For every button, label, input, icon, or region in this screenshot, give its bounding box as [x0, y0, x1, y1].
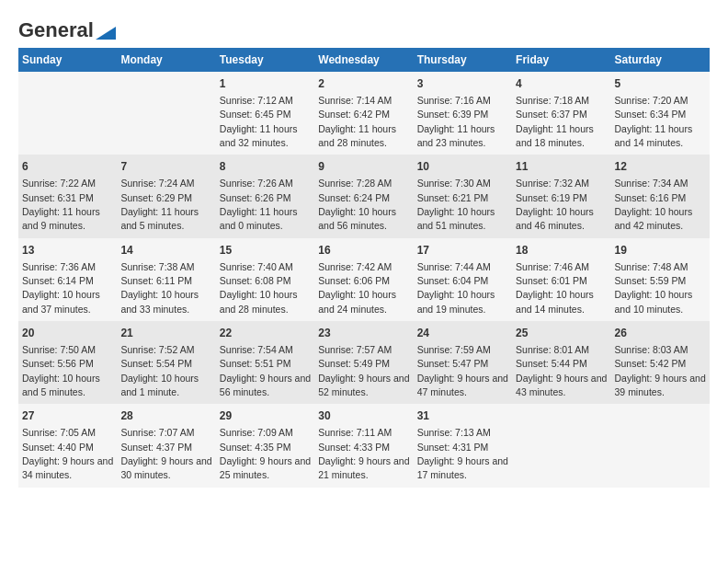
day-cell: 10Sunrise: 7:30 AM Sunset: 6:21 PM Dayli…: [414, 155, 512, 237]
day-number: 20: [22, 326, 113, 341]
day-cell: 27Sunrise: 7:05 AM Sunset: 4:40 PM Dayli…: [18, 404, 117, 487]
day-number: 24: [417, 326, 508, 341]
day-number: 21: [120, 326, 211, 341]
day-cell: 5Sunrise: 7:20 AM Sunset: 6:34 PM Daylig…: [611, 72, 710, 155]
day-cell: 11Sunrise: 7:32 AM Sunset: 6:19 PM Dayli…: [512, 155, 610, 237]
day-number: 27: [22, 408, 113, 424]
day-cell: [611, 404, 710, 487]
day-number: 16: [318, 243, 409, 259]
day-info: Sunrise: 7:54 AM Sunset: 5:51 PM Dayligh…: [220, 344, 311, 397]
day-cell: [512, 404, 610, 487]
day-cell: 24Sunrise: 7:59 AM Sunset: 5:47 PM Dayli…: [414, 321, 512, 404]
day-cell: 14Sunrise: 7:38 AM Sunset: 6:11 PM Dayli…: [117, 238, 215, 321]
day-number: 2: [318, 76, 409, 92]
day-info: Sunrise: 7:52 AM Sunset: 5:54 PM Dayligh…: [120, 344, 199, 397]
day-cell: 9Sunrise: 7:28 AM Sunset: 6:24 PM Daylig…: [314, 155, 413, 237]
day-cell: 29Sunrise: 7:09 AM Sunset: 4:35 PM Dayli…: [216, 404, 314, 487]
day-cell: 30Sunrise: 7:11 AM Sunset: 4:33 PM Dayli…: [314, 404, 413, 487]
day-info: Sunrise: 7:40 AM Sunset: 6:08 PM Dayligh…: [220, 261, 298, 315]
logo-arrow-icon: [96, 23, 116, 40]
day-cell: 17Sunrise: 7:44 AM Sunset: 6:04 PM Dayli…: [414, 238, 512, 321]
day-cell: 15Sunrise: 7:40 AM Sunset: 6:08 PM Dayli…: [216, 238, 314, 321]
day-number: 14: [120, 243, 211, 259]
day-cell: 7Sunrise: 7:24 AM Sunset: 6:29 PM Daylig…: [117, 155, 215, 237]
day-info: Sunrise: 7:48 AM Sunset: 5:59 PM Dayligh…: [615, 261, 693, 315]
day-cell: 26Sunrise: 8:03 AM Sunset: 5:42 PM Dayli…: [611, 321, 710, 404]
day-cell: 16Sunrise: 7:42 AM Sunset: 6:06 PM Dayli…: [314, 238, 413, 321]
day-cell: 31Sunrise: 7:13 AM Sunset: 4:31 PM Dayli…: [414, 404, 512, 487]
day-number: 10: [417, 159, 508, 175]
day-info: Sunrise: 7:07 AM Sunset: 4:37 PM Dayligh…: [120, 427, 211, 480]
logo-general: General: [18, 18, 94, 42]
col-header-saturday: Saturday: [611, 48, 710, 72]
day-cell: 3Sunrise: 7:16 AM Sunset: 6:39 PM Daylig…: [414, 72, 512, 155]
day-number: 28: [120, 408, 211, 424]
col-header-sunday: Sunday: [18, 48, 117, 72]
page-header: General: [18, 18, 710, 39]
day-cell: 25Sunrise: 8:01 AM Sunset: 5:44 PM Dayli…: [512, 321, 610, 404]
day-cell: [18, 72, 117, 155]
day-info: Sunrise: 7:11 AM Sunset: 4:33 PM Dayligh…: [318, 427, 409, 480]
day-info: Sunrise: 7:50 AM Sunset: 5:56 PM Dayligh…: [22, 344, 100, 397]
day-cell: 12Sunrise: 7:34 AM Sunset: 6:16 PM Dayli…: [611, 155, 710, 237]
header-row: SundayMondayTuesdayWednesdayThursdayFrid…: [18, 48, 710, 72]
day-number: 9: [318, 159, 409, 175]
day-info: Sunrise: 7:26 AM Sunset: 6:26 PM Dayligh…: [220, 178, 298, 231]
col-header-friday: Friday: [512, 48, 610, 72]
day-number: 17: [417, 243, 508, 259]
day-cell: 6Sunrise: 7:22 AM Sunset: 6:31 PM Daylig…: [18, 155, 117, 237]
day-info: Sunrise: 7:16 AM Sunset: 6:39 PM Dayligh…: [417, 95, 495, 148]
day-cell: 28Sunrise: 7:07 AM Sunset: 4:37 PM Dayli…: [117, 404, 215, 487]
day-number: 7: [120, 159, 211, 175]
day-cell: [117, 72, 215, 155]
col-header-tuesday: Tuesday: [216, 48, 314, 72]
day-cell: 22Sunrise: 7:54 AM Sunset: 5:51 PM Dayli…: [216, 321, 314, 404]
calendar-table: SundayMondayTuesdayWednesdayThursdayFrid…: [18, 48, 710, 488]
day-info: Sunrise: 7:34 AM Sunset: 6:16 PM Dayligh…: [615, 178, 693, 231]
day-cell: 13Sunrise: 7:36 AM Sunset: 6:14 PM Dayli…: [18, 238, 117, 321]
day-number: 31: [417, 408, 508, 424]
day-number: 5: [615, 76, 706, 92]
day-number: 19: [615, 243, 706, 259]
day-number: 8: [220, 159, 311, 175]
day-info: Sunrise: 7:12 AM Sunset: 6:45 PM Dayligh…: [220, 95, 298, 148]
day-number: 22: [220, 326, 311, 341]
day-cell: 23Sunrise: 7:57 AM Sunset: 5:49 PM Dayli…: [314, 321, 413, 404]
day-number: 26: [615, 326, 706, 341]
day-info: Sunrise: 8:03 AM Sunset: 5:42 PM Dayligh…: [615, 344, 706, 397]
day-info: Sunrise: 7:46 AM Sunset: 6:01 PM Dayligh…: [516, 261, 594, 315]
col-header-thursday: Thursday: [414, 48, 512, 72]
svg-marker-0: [96, 27, 116, 40]
day-number: 29: [220, 408, 311, 424]
week-row-3: 13Sunrise: 7:36 AM Sunset: 6:14 PM Dayli…: [18, 238, 710, 321]
day-cell: 18Sunrise: 7:46 AM Sunset: 6:01 PM Dayli…: [512, 238, 610, 321]
week-row-4: 20Sunrise: 7:50 AM Sunset: 5:56 PM Dayli…: [18, 321, 710, 404]
day-number: 11: [516, 159, 607, 175]
day-cell: 1Sunrise: 7:12 AM Sunset: 6:45 PM Daylig…: [216, 72, 314, 155]
day-number: 18: [516, 243, 607, 259]
day-info: Sunrise: 7:14 AM Sunset: 6:42 PM Dayligh…: [318, 95, 396, 148]
day-info: Sunrise: 7:20 AM Sunset: 6:34 PM Dayligh…: [615, 95, 693, 148]
week-row-2: 6Sunrise: 7:22 AM Sunset: 6:31 PM Daylig…: [18, 155, 710, 237]
day-info: Sunrise: 7:38 AM Sunset: 6:11 PM Dayligh…: [120, 261, 199, 315]
day-info: Sunrise: 7:32 AM Sunset: 6:19 PM Dayligh…: [516, 178, 594, 231]
day-number: 4: [516, 76, 607, 92]
day-number: 23: [318, 326, 409, 341]
day-number: 13: [22, 243, 113, 259]
day-number: 1: [220, 76, 311, 92]
col-header-wednesday: Wednesday: [314, 48, 413, 72]
day-number: 3: [417, 76, 508, 92]
day-number: 15: [220, 243, 311, 259]
day-info: Sunrise: 7:36 AM Sunset: 6:14 PM Dayligh…: [22, 261, 100, 315]
day-info: Sunrise: 7:44 AM Sunset: 6:04 PM Dayligh…: [417, 261, 495, 315]
day-cell: 4Sunrise: 7:18 AM Sunset: 6:37 PM Daylig…: [512, 72, 610, 155]
day-info: Sunrise: 7:13 AM Sunset: 4:31 PM Dayligh…: [417, 427, 508, 480]
day-info: Sunrise: 7:59 AM Sunset: 5:47 PM Dayligh…: [417, 344, 508, 397]
day-info: Sunrise: 7:42 AM Sunset: 6:06 PM Dayligh…: [318, 261, 396, 315]
day-number: 25: [516, 326, 607, 341]
day-info: Sunrise: 7:18 AM Sunset: 6:37 PM Dayligh…: [516, 95, 594, 148]
week-row-5: 27Sunrise: 7:05 AM Sunset: 4:40 PM Dayli…: [18, 404, 710, 487]
day-number: 30: [318, 408, 409, 424]
day-info: Sunrise: 7:09 AM Sunset: 4:35 PM Dayligh…: [220, 427, 311, 480]
day-info: Sunrise: 7:28 AM Sunset: 6:24 PM Dayligh…: [318, 178, 396, 231]
